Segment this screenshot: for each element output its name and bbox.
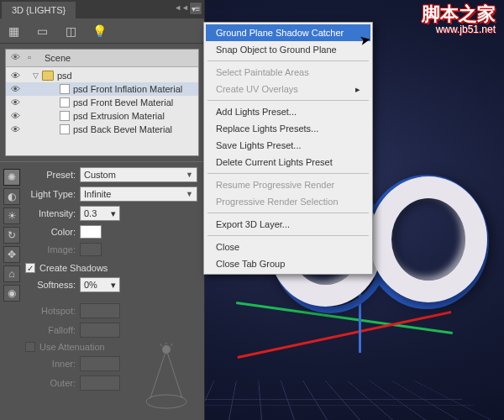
inner-input xyxy=(80,356,120,371)
material-label: psd Back Bevel Material xyxy=(73,124,172,134)
hotspot-input xyxy=(80,303,120,318)
menu-item[interactable]: Ground Plane Shadow Catcher xyxy=(206,24,370,41)
menu-separator xyxy=(207,173,369,174)
create-shadows-label: Create Shadows xyxy=(39,263,108,273)
scene-header: 👁 ▫ Scene xyxy=(6,50,198,67)
chevron-down-icon: ▾ xyxy=(111,208,116,219)
filter-light-icon[interactable]: 💡 xyxy=(91,23,108,39)
eye-icon[interactable]: 👁 xyxy=(9,97,21,108)
menu-item[interactable]: Save Lights Preset... xyxy=(206,137,370,154)
material-icon xyxy=(60,111,70,121)
menu-item[interactable]: Snap Object to Ground Plane xyxy=(206,41,370,58)
menu-separator xyxy=(207,213,369,213)
tool-light-pan[interactable]: ✥ xyxy=(3,246,20,263)
filter-all-icon[interactable]: ▦ xyxy=(5,23,22,39)
tree-root[interactable]: 👁 ▽ psd xyxy=(6,69,198,82)
menu-item[interactable]: Delete Current Lights Preset xyxy=(206,154,370,171)
menu-item: Resume Progressive Render xyxy=(206,176,370,193)
chevron-down-icon: ▼ xyxy=(186,171,193,179)
disclosure-icon[interactable]: ▽ xyxy=(33,71,39,80)
hotspot-label: Hotspot: xyxy=(25,306,76,316)
menu-item[interactable]: Export 3D Layer... xyxy=(206,216,370,233)
panel-menu-button[interactable]: ▾≡ xyxy=(189,2,202,15)
watermark-url: www.jb51.net xyxy=(422,24,496,35)
tool-light-infinite[interactable]: ☀ xyxy=(3,207,20,224)
menu-item[interactable]: Replace Lights Presets... xyxy=(206,120,370,137)
menu-item[interactable]: Close xyxy=(206,239,370,255)
falloff-input xyxy=(80,323,120,338)
tree-material-row[interactable]: 👁psd Front Inflation Material xyxy=(6,82,198,96)
material-icon xyxy=(60,84,70,94)
chevron-down-icon: ▾ xyxy=(111,280,116,291)
color-label: Color: xyxy=(25,227,76,237)
panel-flyout-menu: Ground Plane Shadow CatcherSnap Object t… xyxy=(203,22,373,275)
menu-item: Progressive Render Selection xyxy=(206,193,370,210)
tool-light-spot[interactable]: ◐ xyxy=(3,188,20,205)
filter-iconrow: ▦ ▭ ◫ 💡 xyxy=(0,18,204,44)
scene-header-label: Scene xyxy=(45,53,71,63)
tree-root-label: psd xyxy=(57,71,72,81)
tool-light-home[interactable]: ⌂ xyxy=(3,265,20,282)
intensity-input[interactable]: 0.3▾ xyxy=(80,206,120,221)
menu-item[interactable]: Close Tab Group xyxy=(206,255,370,272)
tool-column: ✺ ◐ ☀ ↻ ✥ ⌂ ◉ xyxy=(3,167,22,395)
softness-input[interactable]: 0%▾ xyxy=(80,277,120,292)
lighttype-select[interactable]: Infinite▼ xyxy=(80,186,197,202)
3d-panel: 3D {LIGHTS} ◄◄ ▾≡ ▦ ▭ ◫ 💡 👁 ▫ Scene 👁 ▽ … xyxy=(0,0,205,420)
outer-input xyxy=(80,375,120,391)
svg-point-0 xyxy=(146,395,186,408)
filter-mesh-icon[interactable]: ▭ xyxy=(34,23,50,39)
menu-separator xyxy=(207,100,369,101)
tree-material-row[interactable]: 👁psd Extrusion Material xyxy=(6,109,198,123)
eye-icon[interactable]: 👁 xyxy=(9,124,21,134)
attenuation-label: Use Attenuation xyxy=(39,342,105,352)
image-label: Image: xyxy=(25,244,76,255)
tree-material-row[interactable]: 👁psd Front Bevel Material xyxy=(6,96,198,109)
watermark-title: 脚本之家 xyxy=(422,5,496,24)
menu-separator xyxy=(207,235,369,236)
menu-item: Select Paintable Areas xyxy=(206,64,370,81)
panel-tab[interactable]: 3D {LIGHTS} xyxy=(2,2,76,19)
preset-select[interactable]: Custom▼ xyxy=(80,167,197,182)
outer-label: Outer: xyxy=(25,378,76,388)
panel-tabbar: 3D {LIGHTS} ◄◄ ▾≡ xyxy=(0,0,204,18)
inner-label: Inner: xyxy=(25,359,76,369)
softness-label: Softness: xyxy=(25,280,76,290)
falloff-label: Falloff: xyxy=(25,325,76,335)
tool-light-toggle[interactable]: ◉ xyxy=(3,285,20,302)
tool-light-rotate[interactable]: ↻ xyxy=(3,227,20,244)
material-icon xyxy=(60,97,70,108)
image-swatch xyxy=(80,243,102,256)
scene-tree: 👁 ▫ Scene 👁 ▽ psd 👁psd Front Inflation M… xyxy=(5,49,199,156)
menu-item[interactable]: Add Lights Preset... xyxy=(206,103,370,120)
material-icon xyxy=(60,124,70,134)
svg-point-1 xyxy=(162,345,171,354)
submenu-arrow-icon: ▸ xyxy=(355,84,360,95)
menu-separator xyxy=(207,60,369,61)
watermark: 脚本之家 www.jb51.net xyxy=(422,5,496,35)
tree-material-row[interactable]: 👁psd Back Bevel Material xyxy=(6,123,198,136)
preset-label: Preset: xyxy=(25,170,76,180)
attenuation-checkbox xyxy=(25,342,35,352)
collapse-icon[interactable]: ◄◄ xyxy=(174,3,189,12)
material-label: psd Front Bevel Material xyxy=(73,97,173,108)
create-shadows-checkbox[interactable]: ✓ xyxy=(25,263,35,273)
intensity-label: Intensity: xyxy=(25,208,76,218)
lighttype-label: Light Type: xyxy=(25,189,76,199)
eye-icon[interactable]: 👁 xyxy=(9,111,21,121)
folder-icon xyxy=(42,71,54,81)
filter-material-icon[interactable]: ◫ xyxy=(62,23,79,39)
eye-icon[interactable]: 👁 xyxy=(9,84,21,94)
eye-icon[interactable]: 👁 xyxy=(9,71,21,81)
material-label: psd Front Inflation Material xyxy=(73,84,182,94)
tree-body: 👁 ▽ psd 👁psd Front Inflation Material👁ps… xyxy=(6,67,198,138)
material-label: psd Extrusion Material xyxy=(73,111,165,121)
light-diagram xyxy=(144,343,189,410)
color-swatch[interactable] xyxy=(80,225,102,239)
link-icon: ▫ xyxy=(28,52,39,64)
tool-light-point[interactable]: ✺ xyxy=(3,169,20,186)
eye-icon: 👁 xyxy=(11,52,23,64)
menu-item: Create UV Overlays ▸ xyxy=(206,81,370,97)
chevron-down-icon: ▼ xyxy=(186,190,193,198)
